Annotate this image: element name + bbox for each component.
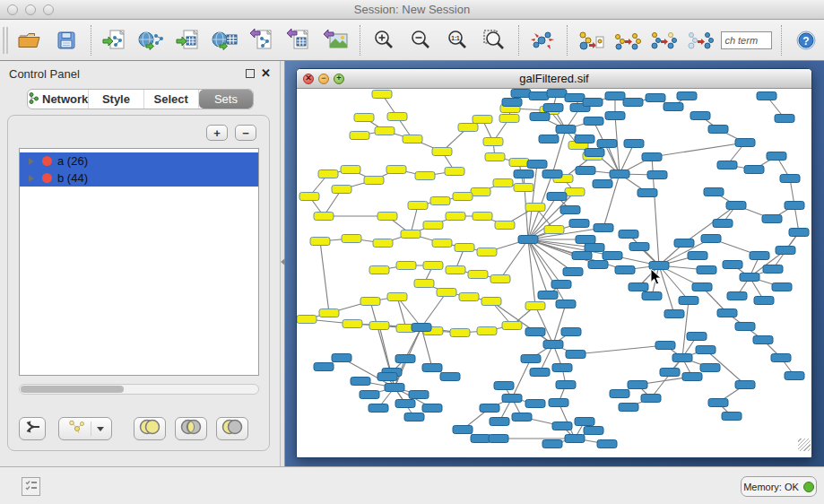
network-frame[interactable]: ✕ − + galFiltered.sif <box>296 68 812 458</box>
sets-panel: + − a (26) b (44) <box>7 115 270 451</box>
tab-style[interactable]: Style <box>89 90 143 109</box>
tab-network[interactable]: Network <box>28 90 89 109</box>
export-table-button[interactable] <box>281 23 317 57</box>
import-network-url-icon <box>138 29 165 52</box>
export-image-icon <box>323 29 348 52</box>
toolbar-separator <box>518 25 519 56</box>
zoom-in-icon <box>372 29 395 52</box>
window-title: Session: New Session <box>0 3 824 16</box>
memory-label: Memory: OK <box>743 482 799 492</box>
tab-sets-label: Sets <box>214 92 238 106</box>
new-network-from-selection-button[interactable] <box>609 23 646 57</box>
dropdown-arrow-icon <box>97 427 104 431</box>
task-history-button[interactable] <box>22 477 40 496</box>
difference-sets-button[interactable] <box>216 417 248 440</box>
set-dot-icon <box>42 156 52 166</box>
hide-selected-icon <box>687 28 716 53</box>
tab-style-label: Style <box>102 92 130 106</box>
zoom-out-button[interactable] <box>403 23 439 57</box>
hide-selected-button[interactable] <box>682 23 719 57</box>
frame-resize-grip[interactable] <box>798 439 811 451</box>
svg-text:?: ? <box>802 34 809 47</box>
svg-text:1:1: 1:1 <box>451 34 460 40</box>
tab-sets[interactable]: Sets <box>199 90 253 109</box>
layout-icon <box>529 28 556 53</box>
import-table-url-button[interactable] <box>207 23 244 57</box>
memory-ok-indicator <box>803 482 814 492</box>
float-panel-icon[interactable] <box>246 69 255 78</box>
expand-triangle-icon[interactable] <box>29 158 34 165</box>
add-set-button[interactable]: + <box>206 125 228 141</box>
export-network-button[interactable] <box>244 23 281 57</box>
open-folder-icon <box>17 30 42 51</box>
zoom-fit-selected-button[interactable] <box>476 23 513 57</box>
help-button[interactable]: ? <box>787 23 824 57</box>
mouse-cursor <box>650 268 663 290</box>
network-canvas[interactable] <box>297 89 811 452</box>
control-panel-title: Control Panel <box>9 67 80 81</box>
main-area: Control Panel ✕ Network Style Select Set… <box>0 61 824 466</box>
export-network-icon <box>249 29 274 52</box>
network-graph[interactable] <box>297 89 811 452</box>
control-panel-header: Control Panel ✕ <box>0 61 280 86</box>
toolbar-drag-handle[interactable] <box>3 27 8 54</box>
save-session-button[interactable] <box>48 23 85 57</box>
network-tab-icon <box>28 92 39 107</box>
split-set-button[interactable] <box>19 417 46 440</box>
toolbar-separator <box>567 25 568 56</box>
apply-layout-button[interactable] <box>525 23 561 57</box>
zoom-actual-size-button[interactable]: 1:1 <box>439 23 476 57</box>
toolbar-separator <box>781 25 782 56</box>
search-input[interactable]: ch term <box>721 31 772 49</box>
zoom-in-button[interactable] <box>366 23 403 57</box>
set-dot-icon <box>42 173 52 183</box>
main-toolbar: 1:1 ch term ? <box>0 20 824 61</box>
select-nodes-icon <box>650 28 679 53</box>
venn-intersection-icon <box>179 419 203 439</box>
tab-select-label: Select <box>153 92 187 106</box>
window-titlebar: Session: New Session <box>0 0 824 20</box>
tab-select[interactable]: Select <box>144 90 199 109</box>
selected-nodes-network-icon <box>613 28 642 53</box>
venn-union-icon <box>138 419 161 439</box>
help-icon: ? <box>795 30 817 51</box>
control-panel: Control Panel ✕ Network Style Select Set… <box>0 61 280 466</box>
sets-actions <box>19 416 261 441</box>
zoom-out-icon <box>409 29 432 52</box>
first-neighbors-button[interactable] <box>573 23 610 57</box>
export-image-button[interactable] <box>317 23 354 57</box>
open-session-button[interactable] <box>12 23 48 57</box>
network-frame-titlebar[interactable]: ✕ − + galFiltered.sif <box>297 69 811 89</box>
select-nodes-button[interactable] <box>646 23 682 57</box>
set-row-b[interactable]: b (44) <box>20 169 258 187</box>
close-panel-icon[interactable]: ✕ <box>261 69 271 78</box>
first-neighbors-icon <box>577 28 604 53</box>
import-network-file-icon <box>102 29 127 52</box>
expand-triangle-icon[interactable] <box>29 175 34 182</box>
task-checklist-icon <box>25 479 38 495</box>
sets-list[interactable]: a (26) b (44) <box>19 148 259 376</box>
tab-network-label: Network <box>42 92 88 106</box>
set-network-icon <box>67 419 85 439</box>
import-table-file-icon <box>176 29 201 52</box>
sets-horizontal-scrollbar[interactable] <box>19 384 259 395</box>
create-set-dropdown-button[interactable] <box>58 417 112 440</box>
venn-difference-icon <box>221 419 244 439</box>
status-bar: Memory: OK <box>0 466 824 504</box>
union-sets-button[interactable] <box>134 417 166 440</box>
search-text: ch term <box>724 35 758 46</box>
scrollbar-thumb[interactable] <box>21 386 124 393</box>
control-panel-tabs: Network Style Select Sets <box>27 89 254 109</box>
memory-status-button[interactable]: Memory: OK <box>741 476 817 497</box>
import-table-url-icon <box>212 29 239 52</box>
toolbar-separator <box>360 25 360 56</box>
intersect-sets-button[interactable] <box>175 417 207 440</box>
network-frame-title: galFiltered.sif <box>297 72 811 85</box>
save-floppy-icon <box>56 30 77 51</box>
set-label: a (26) <box>57 154 88 168</box>
remove-set-button[interactable]: − <box>235 125 256 141</box>
import-network-url-button[interactable] <box>134 23 170 57</box>
import-table-file-button[interactable] <box>170 23 207 57</box>
set-row-a[interactable]: a (26) <box>20 152 258 169</box>
import-network-file-button[interactable] <box>97 23 134 57</box>
